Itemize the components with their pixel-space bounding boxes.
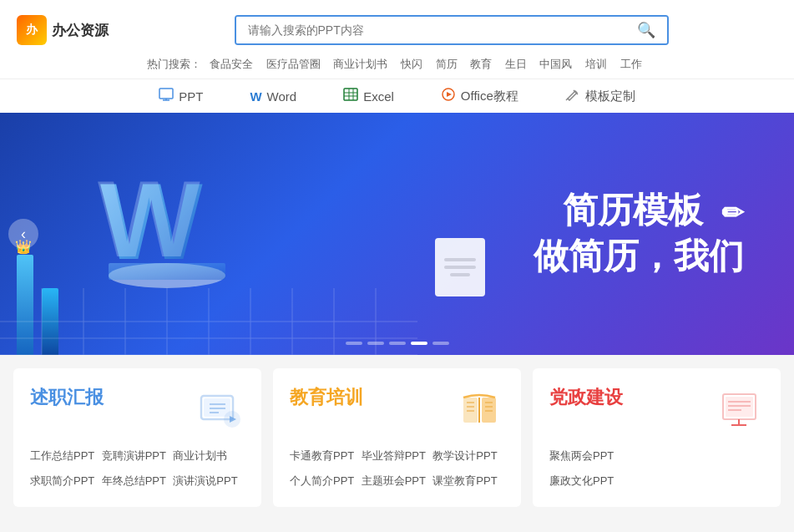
banner-prev-button[interactable]: ‹	[8, 219, 38, 249]
doc-line	[450, 273, 470, 276]
hot-search-item[interactable]: 工作	[620, 58, 642, 70]
cat-link[interactable]: 廉政文化PPT	[549, 472, 621, 490]
svg-rect-0	[159, 89, 173, 99]
banner-title2: 做简历，我们	[534, 234, 744, 280]
tab-custom[interactable]: 模板定制	[542, 79, 659, 113]
hot-search-item[interactable]: 商业计划书	[333, 58, 387, 70]
banner-text: 简历模板 ✏ 做简历，我们	[534, 188, 744, 279]
banner-dot-3[interactable]	[389, 342, 406, 345]
header-top: 办 办公资源 🔍	[0, 8, 794, 53]
tab-word[interactable]: W Word	[226, 81, 320, 112]
svg-rect-35	[463, 398, 478, 423]
search-bar: 🔍	[235, 15, 669, 45]
cat-link[interactable]	[621, 472, 693, 490]
logo-text: 办公资源	[52, 21, 109, 40]
ppt-icon	[159, 88, 174, 104]
logo-icon: 办	[17, 15, 47, 45]
nav-tabs: PPT W Word Excel Office教程 模板定制	[0, 79, 794, 113]
search-button[interactable]: 🔍	[625, 17, 667, 43]
cat-link[interactable]	[692, 472, 764, 490]
svg-text:W: W	[98, 158, 200, 280]
categories-section: 述职汇报 工作总结PPT 竞聘演讲PPT 商业计划书 求职简介PPT 年终总结P…	[0, 355, 794, 520]
tab-ppt-label: PPT	[179, 89, 203, 104]
svg-line-11	[566, 99, 568, 100]
banner-dot-5[interactable]	[432, 342, 449, 345]
cat-link[interactable]: 竞聘演讲PPT	[102, 447, 174, 465]
cat-link[interactable]: 求职简介PPT	[30, 472, 102, 490]
tab-office[interactable]: Office教程	[417, 79, 542, 113]
cat-links-dang: 聚焦两会PPT 廉政文化PPT	[549, 447, 764, 490]
hot-search-item[interactable]: 中国风	[539, 58, 572, 70]
tab-ppt[interactable]: PPT	[135, 79, 226, 113]
cat-icon-zuzhi	[195, 385, 245, 435]
cat-link[interactable]: 课堂教育PPT	[432, 472, 504, 490]
category-card-jiaoyu: 教育培训 卡通教育PPT 毕业答辩PPT	[273, 368, 521, 507]
cat-link[interactable]: 卡通教育PPT	[290, 447, 362, 465]
office-icon	[441, 88, 456, 104]
svg-rect-45	[726, 397, 753, 417]
tab-excel[interactable]: Excel	[320, 79, 417, 113]
banner-dot-2[interactable]	[367, 342, 384, 345]
tab-office-label: Office教程	[461, 89, 518, 104]
hot-search-label: 热门搜索：	[147, 58, 201, 70]
doc-line	[444, 266, 476, 269]
excel-icon	[343, 88, 358, 104]
cat-header-dang: 党政建设	[549, 385, 764, 435]
cat-link[interactable]: 年终总结PPT	[102, 472, 174, 490]
tab-excel-label: Excel	[363, 89, 394, 104]
svg-marker-9	[447, 92, 452, 97]
hot-search-item[interactable]: 教育	[470, 58, 492, 70]
cat-title-jiaoyu: 教育培训	[290, 385, 363, 410]
search-input[interactable]	[236, 17, 625, 43]
banner-title1: 简历模板 ✏	[534, 188, 744, 234]
banner-dot-1[interactable]	[346, 342, 362, 345]
banner-w-logo: W W	[83, 129, 250, 300]
cat-header-zuzhi: 述职汇报	[30, 385, 245, 435]
hot-search-item[interactable]: 培训	[585, 58, 607, 70]
cat-link[interactable]	[692, 447, 764, 465]
cat-link[interactable]	[621, 447, 693, 465]
cat-header-jiaoyu: 教育培训	[290, 385, 504, 435]
cat-link[interactable]: 聚焦两会PPT	[549, 447, 621, 465]
word-icon: W	[250, 89, 261, 104]
svg-rect-36	[482, 398, 496, 423]
header: 办 办公资源 🔍 热门搜索： 食品安全 医疗品管圈 商业计划书 快闪 简历 教育…	[0, 0, 794, 113]
cat-title-dang: 党政建设	[549, 385, 623, 410]
cat-links-jiaoyu: 卡通教育PPT 毕业答辩PPT 教学设计PPT 个人简介PPT 主题班会PPT …	[290, 447, 504, 490]
hot-search-item[interactable]: 医疗品管圈	[266, 58, 321, 70]
hot-search-item[interactable]: 快闪	[401, 58, 422, 70]
custom-icon	[565, 88, 580, 104]
cat-link[interactable]: 商业计划书	[173, 447, 245, 465]
tab-custom-label: 模板定制	[585, 89, 635, 104]
cat-link[interactable]: 工作总结PPT	[30, 447, 102, 465]
cat-link[interactable]: 个人简介PPT	[290, 472, 362, 490]
tab-word-label: Word	[267, 89, 297, 104]
cat-link[interactable]: 教学设计PPT	[432, 447, 504, 465]
cat-link[interactable]: 毕业答辩PPT	[362, 447, 433, 465]
cat-link[interactable]: 演讲演说PPT	[173, 472, 245, 490]
svg-rect-3	[344, 89, 357, 100]
category-card-zuzhi: 述职汇报 工作总结PPT 竞聘演讲PPT 商业计划书 求职简介PPT 年终总结P…	[13, 368, 261, 507]
banner-pencil-icon: ✏	[721, 196, 744, 231]
category-card-dang: 党政建设 聚焦两会PPT 廉政文化PPT	[533, 368, 781, 507]
cat-title-zuzhi: 述职汇报	[30, 385, 104, 410]
banner: 👑 W W	[0, 113, 794, 355]
logo[interactable]: 办 办公资源	[17, 15, 109, 45]
hot-search-item[interactable]: 生日	[505, 58, 527, 70]
cat-icon-dang	[714, 385, 764, 435]
cat-link[interactable]: 主题班会PPT	[362, 472, 433, 490]
hot-search-item[interactable]: 食品安全	[210, 58, 253, 70]
banner-dots	[346, 342, 449, 345]
document-icon	[435, 238, 485, 296]
cat-links-zuzhi: 工作总结PPT 竞聘演讲PPT 商业计划书 求职简介PPT 年终总结PPT 演讲…	[30, 447, 245, 490]
banner-dot-4[interactable]	[411, 342, 427, 345]
hot-search-item[interactable]: 简历	[436, 58, 458, 70]
doc-line	[444, 258, 476, 261]
cat-icon-jiaoyu	[454, 385, 504, 435]
hot-search: 热门搜索： 食品安全 医疗品管圈 商业计划书 快闪 简历 教育 生日 中国风 培…	[0, 53, 794, 79]
